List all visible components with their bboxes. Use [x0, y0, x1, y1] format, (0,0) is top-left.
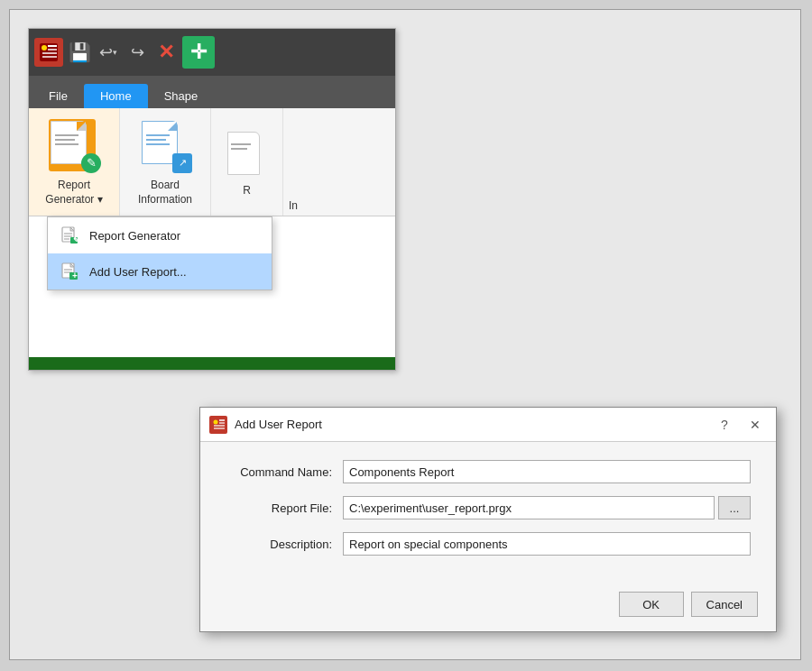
cancel-button[interactable]: Cancel	[691, 592, 758, 617]
description-input[interactable]	[343, 532, 751, 556]
add-button[interactable]: ✛	[182, 36, 215, 69]
browse-button[interactable]: ...	[718, 496, 751, 519]
bottom-strip	[29, 357, 395, 370]
dropdown-add-user-report[interactable]: + Add User Report...	[48, 253, 272, 290]
svg-point-18	[214, 419, 218, 424]
dialog-add-user-report: Add User Report ? ✕ Command Name: Report…	[199, 407, 777, 632]
command-name-label: Command Name:	[226, 465, 343, 479]
tab-shape[interactable]: Shape	[148, 84, 215, 108]
ribbon-partial[interactable]: R	[211, 108, 283, 216]
outer-frame: 💾 ↩▾ ↪ ✕ ✛ File Home Shape	[9, 9, 801, 660]
description-label: Description:	[226, 538, 343, 551]
redo-button[interactable]: ↪	[125, 40, 150, 65]
dialog-titlebar: Add User Report ? ✕	[200, 408, 776, 442]
app-icon	[34, 38, 63, 67]
ribbon-partial-label: R	[243, 184, 251, 197]
dialog-footer: OK Cancel	[200, 583, 776, 631]
dialog-help-button[interactable]: ?	[713, 413, 736, 437]
dropdown-menu: ✎ Report Generator + Add User Rep	[47, 216, 272, 290]
toolbar: 💾 ↩▾ ↪ ✕ ✛	[29, 29, 395, 76]
dialog-close-button[interactable]: ✕	[743, 413, 767, 437]
ok-button[interactable]: OK	[619, 592, 684, 617]
menu-tabs: File Home Shape	[29, 76, 395, 108]
dialog-title-icon	[209, 416, 227, 434]
save-button[interactable]: 💾	[67, 40, 92, 65]
ribbon: ✎ Report Generator ▾	[29, 108, 395, 216]
ribbon-report-generator-label: Report Generator ▾	[45, 179, 102, 207]
svg-point-1	[42, 45, 47, 51]
dropdown-add-user-report-icon: +	[59, 261, 80, 282]
ribbon-report-generator[interactable]: ✎ Report Generator ▾	[29, 108, 120, 216]
ribbon-board-information-label: Board Information	[138, 179, 192, 207]
report-file-label: Report File:	[226, 501, 343, 515]
svg-text:+: +	[72, 271, 78, 280]
tab-file[interactable]: File	[32, 84, 84, 108]
dropdown-add-user-report-label: Add User Report...	[89, 265, 187, 279]
undo-button[interactable]: ↩▾	[96, 40, 121, 65]
dropdown-report-generator-label: Report Generator	[89, 229, 180, 243]
tab-home[interactable]: Home	[84, 84, 148, 108]
command-name-input[interactable]	[343, 460, 751, 483]
report-file-input[interactable]	[343, 496, 715, 519]
dialog-title: Add User Report	[235, 418, 706, 431]
app-panel: 💾 ↩▾ ↪ ✕ ✛ File Home Shape	[28, 28, 396, 371]
dropdown-report-generator[interactable]: ✎ Report Generator	[48, 217, 272, 253]
command-name-row: Command Name:	[226, 460, 751, 483]
partial-label: In	[283, 108, 303, 216]
report-file-row: Report File: ...	[226, 496, 751, 519]
svg-text:✎: ✎	[73, 236, 78, 244]
description-row: Description:	[226, 532, 751, 556]
delete-button[interactable]: ✕	[153, 40, 179, 65]
dropdown-report-generator-icon: ✎	[59, 225, 80, 246]
ribbon-board-information[interactable]: ↗ Board Information	[120, 108, 211, 216]
dialog-body: Command Name: Report File: ... Descripti…	[200, 442, 776, 583]
